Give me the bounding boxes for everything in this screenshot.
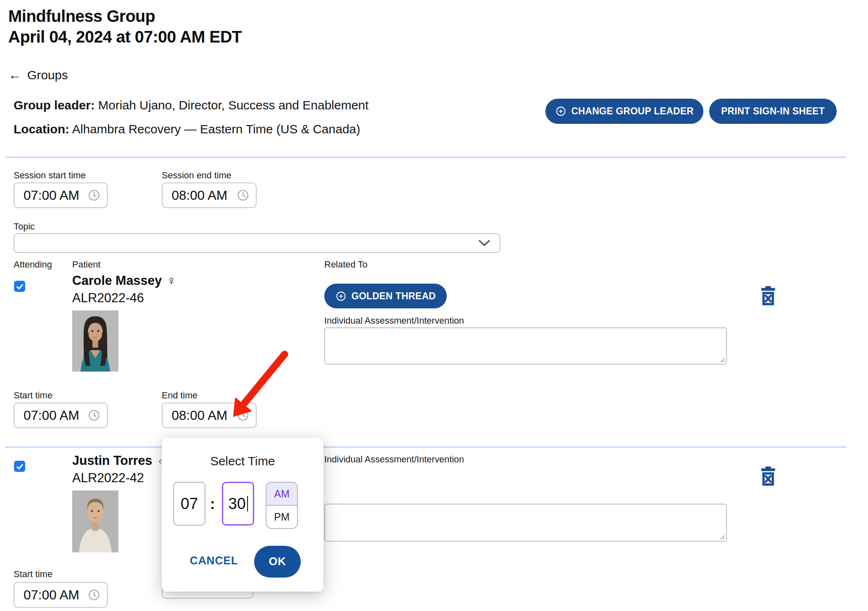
minute-input[interactable]: 30 xyxy=(222,482,254,526)
page-title: Mindfulness Group April 04, 2024 at 07:0… xyxy=(8,6,242,47)
column-header-attending: Attending xyxy=(14,259,52,270)
golden-thread-button[interactable]: GOLDEN THREAD xyxy=(324,284,447,308)
remove-patient-button-carole-massey[interactable] xyxy=(760,286,776,307)
resize-handle-icon[interactable] xyxy=(719,533,725,540)
change-group-leader-button[interactable]: CHANGE GROUP LEADER xyxy=(545,99,703,124)
assessment-label: Individual Assessment/Intervention xyxy=(324,315,464,326)
trash-delete-icon xyxy=(760,467,776,486)
assessment-label: Individual Assessment/Intervention xyxy=(324,454,464,465)
ok-button[interactable]: OK xyxy=(254,546,301,578)
patient-name-row: Carole Massey♀ xyxy=(72,273,176,288)
session-end-input[interactable]: 08:00 AM xyxy=(162,182,257,208)
group-leader-line: Group leader: Moriah Ujano, Director, Su… xyxy=(14,98,368,112)
assessment-textarea-carole-massey[interactable] xyxy=(324,327,727,365)
topic-label: Topic xyxy=(14,221,35,232)
change-group-leader-label: CHANGE GROUP LEADER xyxy=(571,106,694,117)
group-leader-label: Group leader: xyxy=(14,98,95,112)
back-arrow-icon: ← xyxy=(8,67,21,83)
am-option[interactable]: AM xyxy=(267,483,297,506)
topic-select[interactable] xyxy=(14,233,500,253)
start-time-label: Start time xyxy=(14,569,52,580)
female-gender-icon: ♀ xyxy=(167,274,176,287)
clock-icon xyxy=(237,189,249,201)
groups-back-link[interactable]: ← Groups xyxy=(8,67,68,83)
location-line: Location: Alhambra Recovery — Eastern Ti… xyxy=(14,122,360,136)
session-start-input[interactable]: 07:00 AM xyxy=(14,182,108,208)
select-time-title: Select Time xyxy=(162,454,323,468)
patient-mrn: ALR2022-42 xyxy=(72,471,144,485)
end-time-label: End time xyxy=(162,390,198,401)
red-annotation-arrow xyxy=(212,342,295,422)
plus-circle-icon xyxy=(555,106,566,117)
trash-delete-icon xyxy=(760,286,776,306)
hour-value: 07 xyxy=(181,495,198,513)
start-time-value: 07:00 AM xyxy=(24,587,79,603)
chevron-down-icon xyxy=(478,239,491,247)
start-time-label: Start time xyxy=(14,390,52,401)
back-link-label: Groups xyxy=(27,68,68,82)
location-label: Location: xyxy=(14,122,69,136)
time-separator: : xyxy=(210,495,215,513)
minute-value: 30 xyxy=(228,495,245,513)
pm-option[interactable]: PM xyxy=(267,506,297,528)
section-divider-row xyxy=(5,446,847,448)
group-session-page: Mindfulness Group April 04, 2024 at 07:0… xyxy=(0,0,868,611)
attending-checkbox-justin-torres[interactable] xyxy=(14,461,25,472)
start-time-value: 07:00 AM xyxy=(24,408,79,423)
patient-name-row: Justin Torres♂ xyxy=(72,453,167,468)
remove-patient-button-justin-torres[interactable] xyxy=(760,467,776,487)
golden-thread-label: GOLDEN THREAD xyxy=(351,291,436,302)
clock-icon xyxy=(88,189,100,201)
assessment-textarea-justin-torres[interactable] xyxy=(324,504,727,542)
cancel-button[interactable]: CANCEL xyxy=(190,554,238,567)
patient-photo-carole-massey xyxy=(72,310,118,372)
clock-icon xyxy=(88,589,100,601)
start-time-input-justin-torres[interactable]: 07:00 AM xyxy=(14,582,108,608)
column-header-patient: Patient xyxy=(72,259,101,270)
session-start-value: 07:00 AM xyxy=(24,188,79,203)
section-divider-top xyxy=(5,156,847,158)
print-sign-in-sheet-button[interactable]: PRINT SIGN-IN SHEET xyxy=(709,99,837,124)
session-end-value: 08:00 AM xyxy=(172,188,227,203)
plus-circle-icon xyxy=(335,291,347,302)
page-title-datetime: April 04, 2024 at 07:00 AM EDT xyxy=(8,26,242,47)
checkmark-icon xyxy=(15,282,24,291)
checkmark-icon xyxy=(15,462,24,471)
select-time-dialog: Select Time 07 : 30 AM PM CANCEL OK xyxy=(162,438,323,592)
location-value: Alhambra Recovery — Eastern Time (US & C… xyxy=(72,122,361,136)
session-end-label: Session end time xyxy=(162,170,231,181)
resize-handle-icon[interactable] xyxy=(719,356,725,362)
print-sign-in-sheet-label: PRINT SIGN-IN SHEET xyxy=(721,106,825,117)
attending-checkbox-carole-massey[interactable] xyxy=(14,281,25,292)
column-header-related-to: Related To xyxy=(324,259,368,270)
page-title-group-name: Mindfulness Group xyxy=(8,6,242,26)
patient-name: Justin Torres xyxy=(72,453,152,468)
clock-icon xyxy=(88,409,100,422)
hour-input[interactable]: 07 xyxy=(173,482,205,526)
patient-name: Carole Massey xyxy=(72,273,162,288)
session-start-label: Session start time xyxy=(14,170,86,181)
meridiem-toggle: AM PM xyxy=(266,482,298,529)
group-leader-value: Moriah Ujano, Director, Success and Enab… xyxy=(98,98,368,112)
patient-mrn: ALR2022-46 xyxy=(72,291,144,306)
start-time-input-carole-massey[interactable]: 07:00 AM xyxy=(14,403,108,428)
text-cursor xyxy=(247,496,248,512)
patient-photo-justin-torres xyxy=(72,490,118,552)
